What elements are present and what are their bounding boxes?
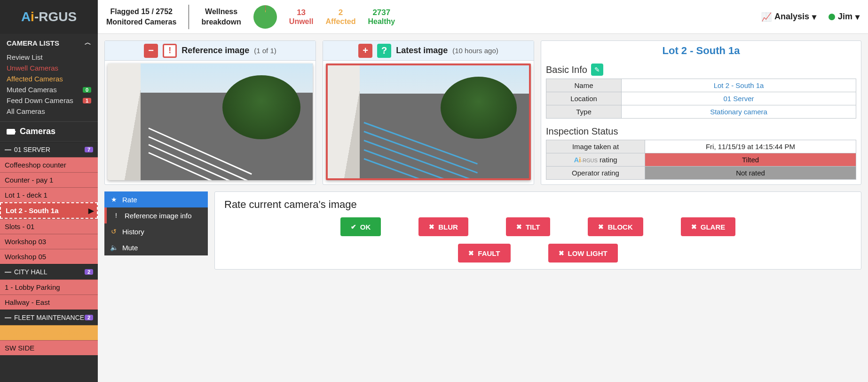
info-key: Location (546, 92, 622, 105)
check-icon: ✔ (351, 223, 356, 231)
caret-down-icon: ▾ (812, 12, 816, 22)
rate-buttons-row1: ✔OK✖BLUR✖TILT✖BLOCK✖GLARE (224, 217, 852, 236)
sidebar-list-item[interactable]: Unwell Cameras (7, 63, 91, 73)
user-menu[interactable]: Jim▾ (829, 12, 860, 22)
camera-item[interactable]: Workshop 03 (0, 234, 98, 249)
stat-affected[interactable]: 2Affected (325, 8, 355, 26)
reference-image[interactable] (108, 64, 313, 180)
camera-item[interactable]: Lot 1 - deck 1 (0, 187, 98, 202)
camera-item[interactable]: Coffeeshop counter (0, 157, 98, 172)
latest-image-panel: + ? Latest image (10 hours ago) (323, 40, 534, 185)
rate-panel: Rate current camera's image ✔OK✖BLUR✖TIL… (214, 191, 861, 270)
info-value: 01 Server (622, 92, 856, 105)
camera-item[interactable]: Slots - 01 (0, 219, 98, 234)
camera-item[interactable]: SW SIDE (0, 340, 98, 355)
x-icon: ✖ (691, 223, 697, 231)
basic-info-header: Basic Info✎ (546, 64, 856, 76)
info-value-link[interactable]: 01 Server (723, 95, 754, 103)
inspection-status-section: Inspection Status Image taken atFri, 11/… (541, 123, 861, 184)
cameras-title: Cameras (20, 127, 55, 136)
tab-mute[interactable]: 🔈Mute (104, 239, 208, 255)
camera-item[interactable]: Workshop 05 (0, 249, 98, 264)
sidebar-list-item[interactable]: Affected Cameras (7, 73, 91, 84)
chart-icon: 📈 (761, 12, 772, 22)
x-icon: ✖ (468, 249, 474, 257)
x-icon: ✖ (429, 223, 434, 231)
cameras-header[interactable]: Cameras (0, 121, 98, 142)
logo-i: i (31, 9, 34, 24)
rate-low-light-button[interactable]: ✖LOW LIGHT (548, 244, 618, 263)
badge: 2 (85, 269, 93, 275)
latest-image-body (323, 61, 534, 183)
stat-healthy[interactable]: 2737Healthy (368, 8, 395, 26)
sidebar-list-label: All Cameras (7, 107, 45, 115)
inspection-status-title: Inspection Status (546, 126, 856, 137)
tab-history[interactable]: ↺History (104, 223, 208, 239)
rate-fault-button[interactable]: ✖FAULT (458, 244, 510, 263)
sidebar-list-item[interactable]: All Cameras (7, 106, 91, 117)
sidebar-list-item[interactable]: Feed Down Cameras1 (7, 95, 91, 106)
reference-image-title: Reference image (181, 46, 249, 56)
camera-item[interactable]: Lot 2 - South 1a (0, 202, 98, 219)
history-icon: ↺ (110, 228, 118, 235)
row-rate: ★Rate !Reference image info ↺History 🔈Mu… (104, 191, 861, 270)
analysis-menu[interactable]: 📈Analysis▾ (761, 12, 816, 22)
reference-image-body (105, 61, 316, 183)
tab-hist-label: History (122, 228, 144, 236)
stat-unwell-n: 13 (289, 8, 314, 17)
rate-blur-button[interactable]: ✖BLUR (418, 217, 468, 236)
sidebar: Ai-RGUS CAMERA LISTS ︿ Review ListUnwell… (0, 0, 98, 382)
status-key: Ai-RGUS rating (546, 153, 645, 167)
camera-group[interactable]: —FLEET MAINTENANCE2 (0, 310, 98, 325)
status-value: Fri, 11/15/19 at 14:15:44 PM (645, 140, 856, 153)
latest-image-sub: (10 hours ago) (452, 47, 498, 55)
sidebar-list-label: Review List (7, 53, 43, 61)
flagged-line2: Monitored Cameras (106, 17, 176, 27)
ref-alert-button[interactable]: ! (163, 44, 177, 58)
camera-tree: —01 SERVER7Coffeeshop counterCounter - p… (0, 142, 98, 382)
help-button[interactable]: ? (377, 44, 391, 58)
rate-buttons-row2: ✖FAULT✖LOW LIGHT (224, 244, 852, 263)
alert-icon: ! (112, 212, 120, 219)
tab-rate[interactable]: ★Rate (104, 191, 208, 207)
camera-lists-header[interactable]: CAMERA LISTS ︿ (0, 34, 98, 52)
tab-reference-info[interactable]: !Reference image info (104, 207, 208, 223)
camera-group[interactable]: —CITY HALL2 (0, 264, 98, 279)
caret-down-icon: ▾ (855, 12, 860, 22)
camera-group-label: —01 SERVER (5, 146, 50, 153)
rate-ok-button[interactable]: ✔OK (340, 217, 381, 236)
x-icon: ✖ (598, 223, 604, 231)
mute-icon: 🔈 (110, 244, 118, 251)
camera-info-panel: Lot 2 - South 1a Basic Info✎ NameLot 2 -… (541, 40, 861, 185)
camera-item[interactable]: Hallway - East (0, 294, 98, 310)
status-value: Tilted (645, 153, 856, 167)
camera-item[interactable]: Main Entrance - outdoors (0, 325, 98, 340)
inspection-status-table: Image taken atFri, 11/15/19 at 14:15:44 … (546, 140, 856, 180)
rate-block-button[interactable]: ✖BLOCK (588, 217, 643, 236)
x-icon: ✖ (516, 223, 522, 231)
badge: 7 (85, 147, 93, 152)
star-icon: ★ (110, 196, 118, 203)
sidebar-list-item[interactable]: Muted Cameras0 (7, 84, 91, 95)
add-ref-button[interactable]: + (358, 44, 372, 58)
camera-lists-title: CAMERA LISTS (7, 39, 59, 47)
stat-unwell-l: Unwell (289, 17, 314, 26)
reference-image-header: − ! Reference image (1 of 1) (105, 41, 316, 61)
camera-item[interactable]: 1 - Lobby Parking (0, 279, 98, 294)
rate-tilt-button[interactable]: ✖TILT (506, 217, 551, 236)
sidebar-list-label: Feed Down Cameras (7, 96, 73, 104)
info-value-link[interactable]: Lot 2 - South 1a (714, 81, 764, 89)
camera-group[interactable]: —01 SERVER7 (0, 142, 98, 157)
edit-button[interactable]: ✎ (591, 64, 603, 76)
info-value-link[interactable]: Stationary camera (710, 108, 767, 116)
reference-image-panel: − ! Reference image (1 of 1) (104, 40, 316, 185)
camera-group-label: —FLEET MAINTENANCE (5, 314, 84, 321)
stat-unwell[interactable]: 13Unwell (289, 8, 314, 26)
camera-item[interactable]: Counter - pay 1 (0, 172, 98, 187)
x-icon: ✖ (559, 249, 564, 257)
user-name: Jim (838, 12, 852, 22)
remove-ref-button[interactable]: − (144, 44, 158, 58)
rate-glare-button[interactable]: ✖GLARE (681, 217, 736, 236)
latest-image[interactable] (326, 64, 531, 180)
sidebar-list-item[interactable]: Review List (7, 52, 91, 63)
